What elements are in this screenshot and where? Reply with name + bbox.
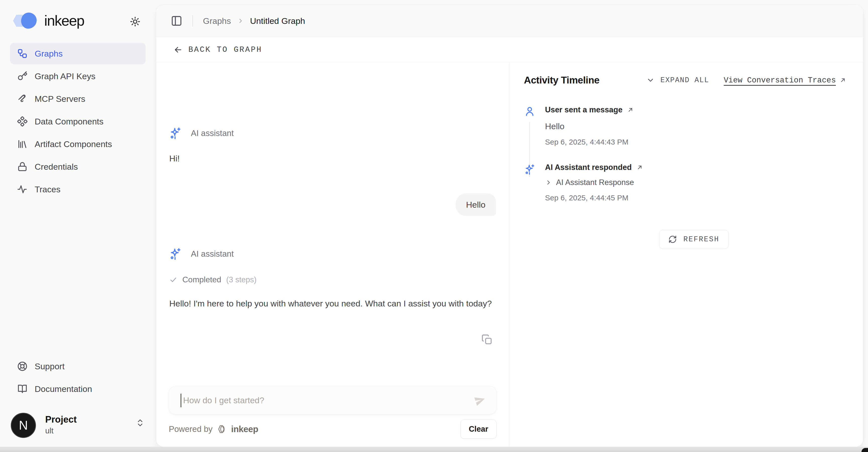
- sparkle-icon: [524, 163, 535, 202]
- sidebar-item-label: Data Components: [35, 117, 103, 126]
- sidebar-item-label: Support: [35, 362, 65, 371]
- page-header: Graphs Untitled Graph: [156, 5, 863, 37]
- breadcrumb-current: Untitled Graph: [250, 16, 305, 26]
- theme-toggle-button[interactable]: [128, 15, 142, 29]
- page-bottom-strip: [0, 447, 868, 452]
- sparkle-icon: [169, 247, 182, 260]
- chat-preview-pane: AI assistant Hi! Hello AI assistant Comp…: [156, 63, 509, 447]
- assistant-label: AI assistant: [191, 129, 234, 138]
- main-panel: Graphs Untitled Graph BACK TO GRAPH AI a…: [156, 5, 863, 447]
- sidebar-item-documentation[interactable]: Documentation: [10, 378, 146, 400]
- component-icon: [17, 116, 28, 127]
- refresh-button[interactable]: REFRESH: [659, 230, 728, 249]
- breadcrumb: Graphs Untitled Graph: [203, 16, 305, 26]
- chevron-down-icon: [646, 76, 655, 84]
- sidebar-nav: Graphs Graph API Keys MCP Servers Data C…: [10, 43, 146, 200]
- assistant-message-header: AI assistant: [169, 247, 234, 260]
- key-icon: [17, 71, 28, 81]
- timeline-title: Activity Timeline: [524, 75, 599, 86]
- send-icon[interactable]: [474, 394, 486, 406]
- timeline-header: Activity Timeline EXPAND ALL View Conver…: [524, 75, 846, 86]
- dev-badge-letter: N: [19, 418, 28, 433]
- chat-input-placeholder: How do I get started?: [183, 386, 264, 414]
- brand-wordmark: inkeep: [44, 12, 84, 29]
- sidebar-item-artifact-components[interactable]: Artifact Components: [10, 133, 146, 155]
- event-body: Hello: [545, 121, 634, 131]
- event-detail-toggle[interactable]: AI Assistant Response: [545, 178, 643, 187]
- clear-button-label: Clear: [469, 425, 488, 434]
- check-icon: [169, 276, 177, 284]
- inkeep-logo-icon: [13, 12, 41, 29]
- sidebar-item-label: MCP Servers: [35, 94, 85, 104]
- user-message-bubble: Hello: [456, 193, 496, 216]
- copy-icon[interactable]: [482, 334, 493, 345]
- sidebar-item-data-components[interactable]: Data Components: [10, 111, 146, 132]
- sidebar-item-traces[interactable]: Traces: [10, 178, 146, 200]
- mcp-icon: [17, 93, 28, 104]
- chevron-right-icon: [237, 17, 244, 24]
- timeline-events: User sent a message Hello Sep 6, 2025, 4…: [524, 105, 853, 202]
- arrow-upright-icon: [839, 77, 846, 84]
- timeline-event-user-message: User sent a message Hello Sep 6, 2025, 4…: [524, 105, 853, 146]
- assistant-label: AI assistant: [191, 249, 234, 259]
- library-icon: [17, 139, 28, 149]
- text-caret: [181, 394, 181, 407]
- breadcrumb-graphs[interactable]: Graphs: [203, 16, 231, 26]
- book-icon: [17, 384, 28, 394]
- chat-input[interactable]: How do I get started?: [169, 386, 497, 414]
- sidebar-item-graph-api-keys[interactable]: Graph API Keys: [10, 65, 146, 87]
- sidebar-footer-nav: Support Documentation: [10, 356, 146, 400]
- chevrons-up-down-icon: [135, 418, 145, 427]
- run-status[interactable]: Completed (3 steps): [169, 275, 256, 284]
- chevron-right-icon: [545, 179, 552, 186]
- activity-timeline-pane: Activity Timeline EXPAND ALL View Conver…: [509, 63, 863, 447]
- expand-all-button[interactable]: EXPAND ALL: [646, 76, 709, 84]
- sidebar-item-label: Credentials: [35, 162, 78, 172]
- back-to-graph-label: BACK TO GRAPH: [188, 45, 262, 54]
- back-to-graph-link[interactable]: BACK TO GRAPH: [173, 45, 262, 55]
- event-title: AI Assistant responded: [545, 163, 632, 172]
- event-timestamp: Sep 6, 2025, 4:44:45 PM: [545, 194, 643, 202]
- event-title: User sent a message: [545, 105, 622, 114]
- event-title-link[interactable]: AI Assistant responded: [545, 163, 643, 172]
- sidebar-item-label: Documentation: [35, 384, 92, 394]
- toolbar: BACK TO GRAPH: [156, 37, 863, 62]
- sidebar-item-graphs[interactable]: Graphs: [10, 43, 146, 64]
- project-subtitle: ult: [45, 426, 54, 435]
- powered-by[interactable]: Powered by inkeep: [169, 424, 258, 434]
- sidebar-toggle-icon[interactable]: [171, 15, 182, 27]
- sun-icon: [129, 16, 141, 27]
- timeline-event-assistant-response: AI Assistant responded AI Assistant Resp…: [524, 163, 853, 202]
- lifebuoy-icon: [17, 361, 28, 372]
- event-title-link[interactable]: User sent a message: [545, 105, 634, 114]
- app-screen: inkeep Graphs Graph API Keys MCP Servers…: [0, 0, 868, 452]
- powered-by-brand: inkeep: [231, 424, 258, 434]
- workflow-icon: [17, 48, 28, 59]
- lock-icon: [17, 161, 28, 172]
- dev-badge[interactable]: N: [11, 413, 36, 438]
- sidebar-item-label: Artifact Components: [35, 139, 112, 149]
- brand-logo[interactable]: inkeep: [13, 12, 84, 29]
- powered-by-label: Powered by: [169, 424, 213, 434]
- refresh-icon: [668, 235, 677, 244]
- assistant-message-text: Hi!: [169, 153, 180, 163]
- sidebar-item-label: Graph API Keys: [35, 72, 95, 81]
- clear-button[interactable]: Clear: [460, 420, 497, 439]
- sidebar-item-label: Traces: [35, 185, 61, 194]
- refresh-button-label: REFRESH: [683, 235, 719, 244]
- sidebar: inkeep Graphs Graph API Keys MCP Servers…: [0, 0, 156, 447]
- view-conversation-traces-link[interactable]: View Conversation Traces: [724, 76, 846, 85]
- sidebar-item-mcp-servers[interactable]: MCP Servers: [10, 88, 146, 110]
- arrow-upright-icon: [636, 164, 643, 171]
- sidebar-item-credentials[interactable]: Credentials: [10, 156, 146, 177]
- status-completed-label: Completed: [182, 275, 221, 284]
- user-icon: [524, 105, 535, 146]
- sparkle-icon: [169, 127, 182, 140]
- assistant-message-header: AI assistant: [169, 127, 234, 140]
- chat-footer: Powered by inkeep Clear: [169, 419, 497, 439]
- status-steps-label: (3 steps): [226, 275, 257, 284]
- sidebar-item-support[interactable]: Support: [10, 356, 146, 377]
- project-selector[interactable]: Project ult N: [10, 412, 146, 443]
- arrow-left-icon: [173, 45, 183, 55]
- event-detail-label: AI Assistant Response: [556, 178, 634, 187]
